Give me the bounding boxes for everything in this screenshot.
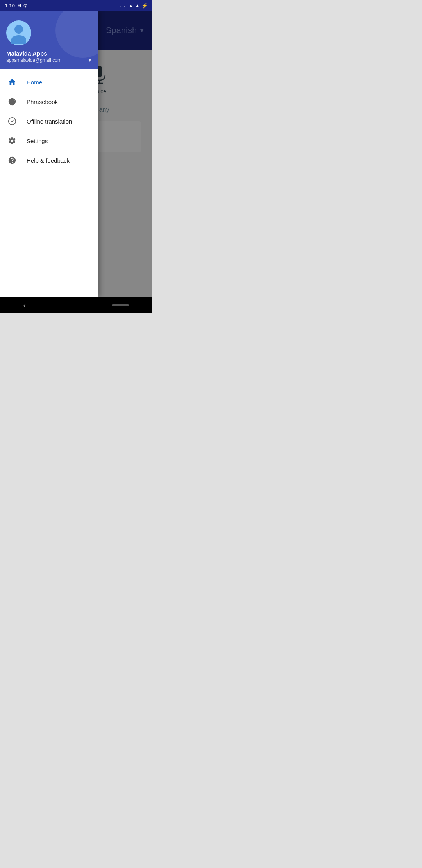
sidebar-item-help-feedback-label: Help & feedback bbox=[27, 157, 70, 164]
user-email: appsmalavida@gmail.com bbox=[6, 57, 61, 63]
avatar-body bbox=[11, 35, 26, 44]
sidebar-item-home[interactable]: Home bbox=[0, 72, 98, 92]
sidebar-item-home-label: Home bbox=[27, 79, 42, 86]
home-pill[interactable] bbox=[112, 304, 129, 306]
status-bar-right: ⋮⋮ ▲ ▲ ⚡ bbox=[118, 3, 148, 9]
back-button[interactable]: ‹ bbox=[23, 301, 26, 309]
sidebar-item-phrasebook[interactable]: Phrasebook bbox=[0, 92, 98, 111]
status-bar-left: 1:10 ⊟ ◎ bbox=[5, 3, 27, 9]
battery-icon: ⚡ bbox=[141, 3, 148, 9]
system-nav-bar: ‹ bbox=[0, 297, 152, 313]
drawer-nav: Home Phrasebook Offline translation bbox=[0, 69, 98, 297]
phrasebook-icon bbox=[7, 97, 17, 106]
signal-icon: ▲ bbox=[135, 3, 140, 9]
navigation-drawer: Malavida Apps appsmalavida@gmail.com ▼ H… bbox=[0, 11, 98, 297]
sidebar-item-phrasebook-label: Phrasebook bbox=[27, 99, 58, 105]
wifi-icon: ▲ bbox=[128, 3, 133, 9]
clipboard-icon: ⊟ bbox=[17, 3, 21, 8]
drawer-header: Malavida Apps appsmalavida@gmail.com ▼ bbox=[0, 11, 98, 69]
help-icon bbox=[7, 156, 17, 165]
offline-translation-icon bbox=[7, 117, 17, 126]
sidebar-item-settings-label: Settings bbox=[27, 138, 48, 144]
vibrate-icon: ⋮⋮ bbox=[118, 3, 127, 8]
avatar bbox=[6, 20, 31, 45]
user-name: Malavida Apps bbox=[6, 50, 92, 57]
status-time: 1:10 bbox=[5, 3, 15, 9]
sidebar-item-offline-translation[interactable]: Offline translation bbox=[0, 111, 98, 131]
avatar-head bbox=[14, 25, 23, 34]
at-icon: ◎ bbox=[23, 3, 27, 8]
sidebar-item-settings[interactable]: Settings bbox=[0, 131, 98, 151]
status-bar: 1:10 ⊟ ◎ ⋮⋮ ▲ ▲ ⚡ bbox=[0, 0, 152, 11]
user-info-row[interactable]: appsmalavida@gmail.com ▼ bbox=[6, 57, 92, 63]
sidebar-item-offline-translation-label: Offline translation bbox=[27, 118, 72, 125]
home-icon bbox=[7, 78, 17, 86]
account-dropdown-icon[interactable]: ▼ bbox=[88, 57, 92, 63]
settings-icon bbox=[7, 136, 17, 145]
sidebar-item-help-feedback[interactable]: Help & feedback bbox=[0, 151, 98, 170]
